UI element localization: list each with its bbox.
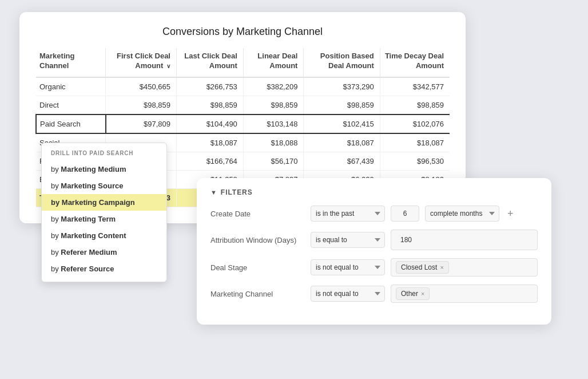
table-cell: $96,530 bbox=[380, 152, 450, 170]
table-cell: $103,148 bbox=[243, 115, 304, 133]
table-cell: $98,859 bbox=[304, 96, 380, 115]
filter-row: Deal Stageis not equal toClosed Lost × bbox=[210, 258, 538, 277]
table-cell: $382,209 bbox=[243, 77, 304, 96]
filter-icon: ▼ bbox=[210, 189, 217, 196]
table-cell: $98,859 bbox=[106, 96, 177, 115]
col-header-first-click[interactable]: First Click Deal Amount ∨ bbox=[106, 48, 177, 77]
table-cell: $166,764 bbox=[176, 152, 243, 170]
table-cell: $373,290 bbox=[304, 77, 380, 96]
drill-dropdown: DRILL INTO PAID SEARCH by Marketing Medi… bbox=[41, 143, 167, 282]
col-header-last-click: Last Click Deal Amount bbox=[176, 48, 243, 77]
filter-tag-remove[interactable]: × bbox=[440, 264, 443, 271]
table-cell: $18,087 bbox=[304, 133, 380, 152]
filter-number-input[interactable] bbox=[396, 232, 533, 247]
sort-icon: ∨ bbox=[166, 63, 170, 69]
filter-unit-select[interactable]: complete months bbox=[425, 206, 499, 222]
table-cell: $266,753 bbox=[176, 77, 243, 96]
filter-operator-select[interactable]: is not equal to bbox=[311, 259, 385, 275]
filter-tag-remove[interactable]: × bbox=[421, 290, 424, 297]
col-header-time-decay: Time Decay Deal Amount bbox=[380, 48, 450, 77]
col-header-position-based: Position Based Deal Amount bbox=[304, 48, 380, 77]
table-cell: $450,665 bbox=[106, 77, 177, 96]
table-cell: Paid Search bbox=[36, 115, 106, 133]
filter-panel: ▼ FILTERS Create Dateis in the pastcompl… bbox=[197, 178, 551, 325]
page-title: Conversions by Marketing Channel bbox=[35, 26, 450, 38]
col-header-channel: Marketing Channel bbox=[36, 48, 106, 77]
filter-operator-select[interactable]: is in the past bbox=[311, 206, 385, 222]
table-cell: $102,415 bbox=[304, 115, 380, 133]
table-cell: $97,809 bbox=[106, 115, 177, 133]
filter-tag: Closed Lost × bbox=[396, 261, 449, 274]
table-cell: Organic bbox=[36, 77, 106, 96]
filter-label: Attribution Window (Days) bbox=[210, 236, 305, 244]
filter-row: Create Dateis in the pastcomplete months… bbox=[210, 206, 538, 222]
table-cell: $342,577 bbox=[380, 77, 450, 96]
filter-value-input[interactable] bbox=[391, 206, 419, 222]
filter-row: Marketing Channelis not equal toOther × bbox=[210, 285, 538, 303]
filter-value-container bbox=[391, 230, 538, 250]
drill-item[interactable]: by Marketing Medium bbox=[42, 161, 166, 177]
filter-label: Marketing Channel bbox=[210, 290, 305, 298]
filter-operator-select[interactable]: is equal to bbox=[311, 232, 385, 248]
table-cell: $104,490 bbox=[176, 115, 243, 133]
filter-header: ▼ FILTERS bbox=[210, 188, 538, 196]
filter-add-button[interactable]: + bbox=[505, 208, 516, 220]
table-cell: $67,439 bbox=[304, 152, 380, 170]
filter-row: Attribution Window (Days)is equal to bbox=[210, 230, 538, 250]
drill-item[interactable]: by Marketing Source bbox=[42, 177, 166, 194]
filter-operator-select[interactable]: is not equal to bbox=[311, 286, 385, 302]
filter-tags-container: Closed Lost × bbox=[391, 258, 538, 277]
filter-label: Create Date bbox=[210, 210, 305, 218]
table-cell: Direct bbox=[36, 96, 106, 115]
drill-item[interactable]: by Referer Source bbox=[42, 260, 166, 277]
table-cell: $102,076 bbox=[380, 115, 450, 133]
drill-item[interactable]: by Marketing Campaign bbox=[42, 194, 166, 211]
table-cell: $98,859 bbox=[243, 96, 304, 115]
filter-tags-container: Other × bbox=[391, 285, 538, 303]
drill-title: DRILL INTO PAID SEARCH bbox=[42, 149, 166, 161]
col-header-linear-deal: Linear Deal Amount bbox=[243, 48, 304, 77]
table-cell: $18,088 bbox=[243, 133, 304, 152]
filter-label: Deal Stage bbox=[210, 263, 305, 272]
drill-item[interactable]: by Marketing Term bbox=[42, 211, 166, 227]
table-cell: $56,170 bbox=[243, 152, 304, 170]
drill-item[interactable]: by Marketing Content bbox=[42, 227, 166, 244]
table-cell: $18,087 bbox=[380, 133, 450, 152]
table-cell: $18,087 bbox=[176, 133, 243, 152]
table-cell: $98,859 bbox=[380, 96, 450, 115]
drill-item[interactable]: by Referer Medium bbox=[42, 244, 166, 260]
filter-tag: Other × bbox=[396, 287, 430, 300]
table-cell: $98,859 bbox=[176, 96, 243, 115]
